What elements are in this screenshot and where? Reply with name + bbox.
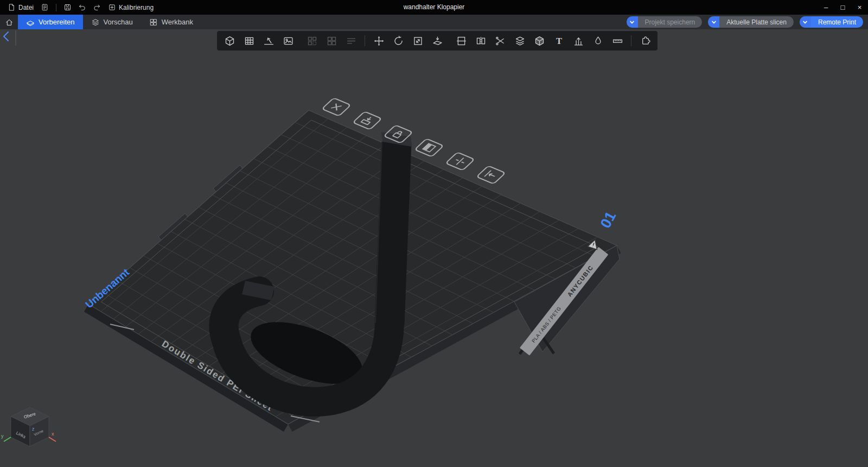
chevron-left-icon: [4, 32, 8, 41]
save-button[interactable]: [60, 0, 75, 15]
calibration-button[interactable]: Kalibrierung: [104, 0, 157, 15]
toolbar-text-tool[interactable]: [551, 33, 567, 49]
preview-layers-icon: [91, 18, 100, 27]
axis-x-arrow: [49, 437, 56, 441]
tab-werkbank[interactable]: Werkbank: [141, 15, 201, 29]
delete-icon: [331, 104, 341, 110]
remote-print-label: Remote Print: [811, 18, 863, 26]
toolbar-cut[interactable]: [492, 33, 508, 49]
slice-plate-label: Aktuelle Platte slicen: [719, 18, 794, 26]
toolbar-mesh-edit[interactable]: [531, 33, 547, 49]
toolbar-separator: [365, 35, 365, 46]
tab-vorbereiten[interactable]: Vorbereiten: [18, 15, 83, 29]
chevron-down-icon: [802, 20, 808, 25]
arrange-plate-icon: [326, 35, 337, 47]
toolbar-plugin[interactable]: [637, 33, 653, 49]
toolbar-rotate[interactable]: [390, 33, 406, 49]
undo-button[interactable]: [75, 0, 90, 15]
toolbar-arrange-all[interactable]: [304, 33, 320, 49]
split-objects-icon: [456, 35, 467, 47]
move-icon: [373, 35, 385, 47]
toolbar-fill-bed[interactable]: [343, 33, 359, 49]
chevron-down-icon: [629, 20, 635, 25]
save-project-label: Projekt speichern: [638, 18, 703, 26]
toolbar-place-on-face[interactable]: [429, 33, 445, 49]
toolbar-separator: [631, 35, 631, 46]
tab-label: Werkbank: [162, 18, 193, 26]
axis-x-label: x: [52, 431, 54, 437]
toolbar-add-image[interactable]: [280, 33, 296, 49]
file-menu[interactable]: Datei: [4, 0, 37, 15]
collapse-panel-button[interactable]: [4, 30, 16, 46]
titlebar-separator: [56, 4, 56, 11]
object-toolbar: [217, 31, 658, 51]
save-project-dropdown[interactable]: [627, 16, 638, 28]
tab-label: Vorschau: [104, 18, 133, 26]
remote-print-button[interactable]: Remote Print: [800, 16, 863, 28]
toolbar-arrange-plate[interactable]: [323, 33, 340, 49]
home-button[interactable]: [0, 15, 18, 29]
cut-icon: [495, 35, 506, 47]
redo-button[interactable]: [90, 0, 104, 15]
close-button[interactable]: ×: [851, 0, 868, 15]
toolbar-measure[interactable]: [609, 33, 626, 49]
toolbar-split-objects[interactable]: [453, 33, 469, 49]
toolbar-mirror[interactable]: [473, 33, 489, 49]
edge-icon: [485, 171, 497, 179]
toolbar-variable-layer-height[interactable]: [512, 33, 528, 49]
rotate-icon: [393, 35, 404, 47]
plate-number: 01: [597, 209, 620, 231]
plate-action-plate-settings[interactable]: [415, 138, 444, 156]
toolbar-scale[interactable]: [410, 33, 426, 49]
save-project-button[interactable]: Projekt speichern: [627, 16, 703, 28]
workbench-grid-icon: [149, 18, 158, 27]
toolbar-add-plate[interactable]: [241, 33, 257, 49]
tab-vorschau[interactable]: Vorschau: [83, 15, 141, 29]
tab-label: Vorbereiten: [39, 18, 75, 26]
fill-icon: [423, 143, 436, 152]
slice-plate-dropdown[interactable]: [708, 16, 719, 28]
slice-plate-button[interactable]: Aktuelle Platte slicen: [708, 16, 794, 28]
axis-y-arrow: [4, 437, 11, 441]
home-icon: [5, 18, 14, 27]
arrange-all-icon: [307, 35, 318, 47]
axis-z-label: z: [32, 426, 35, 432]
plate-action-delete-plate[interactable]: [322, 98, 351, 116]
calibration-icon: [108, 3, 116, 11]
axis-y-label: y: [1, 433, 4, 439]
toolbar-auto-orient[interactable]: [260, 33, 277, 49]
remote-print-dropdown[interactable]: [800, 16, 811, 28]
tabbar: Vorbereiten Vorschau Werkbank Projekt sp…: [0, 15, 868, 29]
journal-button[interactable]: [37, 0, 52, 15]
prepare-icon: [26, 18, 35, 27]
plugin-icon: [640, 35, 651, 47]
auto-orient-icon: [263, 35, 275, 47]
toolbar-support-paint[interactable]: [570, 33, 586, 49]
support-paint-icon: [573, 35, 584, 47]
toolbar-seam-paint[interactable]: [590, 33, 606, 49]
titlebar: Datei Kalibrierung wandhalter Klopapier …: [0, 0, 868, 15]
toolbar-add-model[interactable]: [221, 33, 238, 49]
fill-bed-icon: [346, 35, 357, 47]
calibration-label: Kalibrierung: [119, 4, 154, 11]
maximize-button[interactable]: □: [834, 0, 851, 15]
add-model-icon: [224, 35, 235, 47]
redo-icon: [93, 3, 101, 11]
plate-action-align-plate[interactable]: [446, 152, 475, 170]
chevron-down-icon: [711, 20, 717, 25]
scale-icon: [412, 35, 424, 47]
save-icon: [63, 3, 72, 11]
mesh-edit-icon: [534, 35, 545, 47]
journal-icon: [41, 3, 49, 11]
viewport-3d[interactable]: T ANYCUBIC PLA / ABS / PETG: [0, 0, 868, 467]
minimize-button[interactable]: –: [818, 0, 834, 15]
align-icon: [453, 156, 467, 166]
plate-action-move-plate-front[interactable]: [477, 166, 506, 184]
document-icon: [8, 3, 16, 11]
plate-action-auto-orient-plate[interactable]: [353, 111, 382, 129]
mirror-icon: [475, 35, 487, 47]
variable-layer-height-icon: [514, 35, 526, 47]
view-cube[interactable]: Obere Links Vorne y x z: [1, 407, 56, 446]
toolbar-move[interactable]: [371, 33, 387, 49]
add-image-icon: [283, 35, 294, 47]
